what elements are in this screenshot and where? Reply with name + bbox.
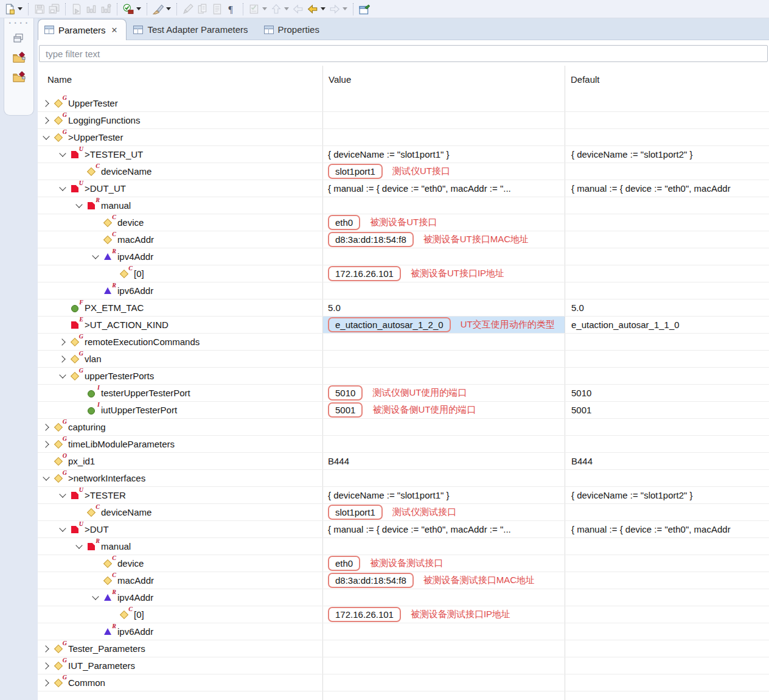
value-cell[interactable]: [323, 334, 565, 350]
table-row[interactable]: GtimeLibModuleParameters: [38, 436, 769, 453]
value-cell[interactable]: { deviceName := "slot1port1" }: [323, 146, 565, 163]
toolbar-button-new-file-icon[interactable]: [2, 2, 24, 16]
value-cell[interactable]: [323, 368, 565, 384]
toolbar-button-nav-back-icon[interactable]: [291, 2, 305, 16]
table-row[interactable]: U>DUT{ manual := { device := "eth0", mac…: [38, 521, 769, 538]
toolbar-button-pilcrow-icon[interactable]: ¶: [224, 2, 239, 16]
chevron-down-icon[interactable]: [41, 132, 52, 142]
value-cell[interactable]: [323, 640, 565, 657]
param-value[interactable]: 5.0: [328, 303, 341, 313]
chevron-right-icon[interactable]: [41, 422, 52, 432]
restore-view-icon[interactable]: [12, 32, 26, 44]
chevron-right-icon[interactable]: [58, 337, 68, 347]
toolbar-button-save-all-icon[interactable]: [47, 2, 61, 16]
rail-drag-handle[interactable]: ▪ ▪ ▪ ▪: [9, 21, 29, 25]
value-cell[interactable]: [323, 112, 565, 128]
table-row[interactable]: Cdeviceeth0被测设备UT接口: [38, 214, 769, 231]
table-row[interactable]: GUpperTester: [38, 95, 769, 112]
value-highlight-box[interactable]: 5001: [328, 402, 363, 418]
table-row[interactable]: GupperTesterPorts: [38, 368, 769, 385]
column-header-default[interactable]: Default: [571, 74, 600, 85]
value-cell[interactable]: d8:3a:dd:18:54:f8被测设备UT接口MAC地址: [323, 231, 565, 248]
chevron-right-icon[interactable]: [41, 660, 52, 671]
value-highlight-box[interactable]: slot1port1: [328, 505, 383, 520]
value-cell[interactable]: { manual := { device := "eth0", macAddr …: [323, 180, 565, 197]
table-row[interactable]: GCommon: [38, 674, 769, 691]
param-value[interactable]: { deviceName := "slot1port1" }: [328, 149, 450, 159]
dropdown-arrow-icon[interactable]: [284, 7, 289, 10]
tab-parameters[interactable]: Parameters ✕: [38, 19, 127, 40]
table-row[interactable]: U>DUT_UT{ manual := { device := "eth0", …: [38, 180, 769, 197]
table-row[interactable]: Ripv6Addr: [38, 623, 769, 640]
value-cell[interactable]: slot1port1测试仪UT接口: [323, 163, 565, 180]
value-cell[interactable]: [323, 282, 565, 299]
dropdown-arrow-icon[interactable]: [18, 7, 23, 10]
table-row[interactable]: C[0]172.16.26.101被测设备测试接口IP地址: [38, 606, 769, 623]
value-cell[interactable]: B444: [323, 453, 565, 469]
table-row[interactable]: CdeviceNameslot1port1测试仪测试接口: [38, 504, 769, 521]
table-row[interactable]: Ripv4Addr: [38, 589, 769, 606]
toolbar-button-pencil-icon[interactable]: [181, 2, 195, 16]
folder-view-icon[interactable]: [12, 52, 26, 64]
table-row[interactable]: E>UT_ACTION_KINDe_utaction_autosar_1_2_0…: [38, 317, 769, 334]
chevron-down-icon[interactable]: [91, 592, 101, 603]
close-icon[interactable]: ✕: [111, 26, 118, 35]
toolbar-button-doc-icon[interactable]: [210, 2, 224, 16]
table-row[interactable]: GLoggingFunctions: [38, 112, 769, 129]
toolbar-button-validate-icon[interactable]: [121, 2, 143, 16]
value-cell[interactable]: [323, 248, 565, 265]
value-highlight-box[interactable]: 172.16.26.101: [328, 607, 401, 622]
table-row[interactable]: Rmanual: [38, 538, 769, 555]
value-cell[interactable]: [323, 470, 565, 486]
table-row[interactable]: G>networkInterfaces: [38, 470, 769, 487]
value-cell[interactable]: e_utaction_autosar_1_2_0UT交互使用动作的类型: [323, 317, 565, 333]
value-cell[interactable]: eth0被测设备UT接口: [323, 214, 565, 231]
value-highlight-box[interactable]: slot1port1: [328, 164, 383, 179]
value-cell[interactable]: [323, 129, 565, 145]
toolbar-button-log-b-icon[interactable]: [99, 2, 113, 16]
tab-properties[interactable]: Properties: [257, 19, 329, 40]
value-cell[interactable]: { manual := { device := "eth0", macAddr …: [323, 521, 565, 537]
table-row[interactable]: CdeviceNameslot1port1测试仪UT接口: [38, 163, 769, 180]
value-cell[interactable]: [323, 538, 565, 555]
table-row[interactable]: C[0]172.16.26.101被测设备UT接口IP地址: [38, 265, 769, 282]
toolbar-button-checklist-icon[interactable]: [247, 2, 269, 16]
value-cell[interactable]: d8:3a:dd:18:54:f8被测设备测试接口MAC地址: [323, 572, 565, 589]
toolbar-button-nav-forward-icon[interactable]: [327, 2, 349, 16]
table-row[interactable]: Gcapturing: [38, 419, 769, 436]
table-row[interactable]: U>TESTER{ deviceName := "slot1port1" }{ …: [38, 487, 769, 504]
table-row[interactable]: CmacAddrd8:3a:dd:18:54:f8被测设备UT接口MAC地址: [38, 231, 769, 248]
toolbar-button-new-window-icon[interactable]: [357, 2, 372, 16]
chevron-down-icon[interactable]: [91, 251, 101, 262]
table-row[interactable]: Cdeviceeth0被测设备测试接口: [38, 555, 769, 572]
toolbar-button-nav-back-yellow-icon[interactable]: [305, 2, 327, 16]
tab-test-adapter-parameters[interactable]: Test Adapter Parameters: [127, 19, 257, 40]
toolbar-button-log-a-icon[interactable]: [84, 2, 99, 16]
param-value[interactable]: B444: [328, 456, 349, 466]
value-cell[interactable]: { deviceName := "slot1port1" }: [323, 487, 565, 503]
chevron-down-icon[interactable]: [58, 149, 68, 159]
toolbar-button-save-icon[interactable]: [32, 2, 47, 16]
chevron-down-icon[interactable]: [58, 371, 68, 381]
chevron-right-icon[interactable]: [41, 439, 52, 449]
table-row[interactable]: GremoteExecutionCommands: [38, 334, 769, 351]
dropdown-arrow-icon[interactable]: [166, 7, 171, 10]
value-highlight-box[interactable]: d8:3a:dd:18:54:f8: [328, 232, 414, 247]
value-highlight-box[interactable]: 5010: [328, 385, 363, 401]
value-highlight-box[interactable]: e_utaction_autosar_1_2_0: [328, 317, 451, 332]
toolbar-button-export-icon[interactable]: [69, 2, 84, 16]
param-value[interactable]: { manual := { device := "eth0", macAddr …: [328, 524, 511, 534]
value-highlight-box[interactable]: eth0: [328, 556, 360, 571]
chevron-down-icon[interactable]: [74, 200, 85, 211]
table-row[interactable]: CmacAddrd8:3a:dd:18:54:f8被测设备测试接口MAC地址: [38, 572, 769, 589]
table-row[interactable]: ItesterUpperTesterPort5010测试仪侧UT使用的端口501…: [38, 385, 769, 402]
value-highlight-box[interactable]: d8:3a:dd:18:54:f8: [328, 573, 414, 588]
table-row[interactable]: FPX_ETM_TAC5.05.0: [38, 299, 769, 317]
toolbar-button-arrow-up-icon[interactable]: [269, 2, 291, 16]
chevron-down-icon[interactable]: [58, 183, 68, 194]
column-header-value[interactable]: Value: [329, 74, 351, 85]
table-row[interactable]: IiutUpperTesterPort5001被测设备侧UT使用的端口5001: [38, 402, 769, 419]
table-row[interactable]: U>TESTER_UT{ deviceName := "slot1port1" …: [38, 146, 769, 163]
value-cell[interactable]: [323, 419, 565, 435]
value-cell[interactable]: 5001被测设备侧UT使用的端口: [323, 402, 565, 418]
